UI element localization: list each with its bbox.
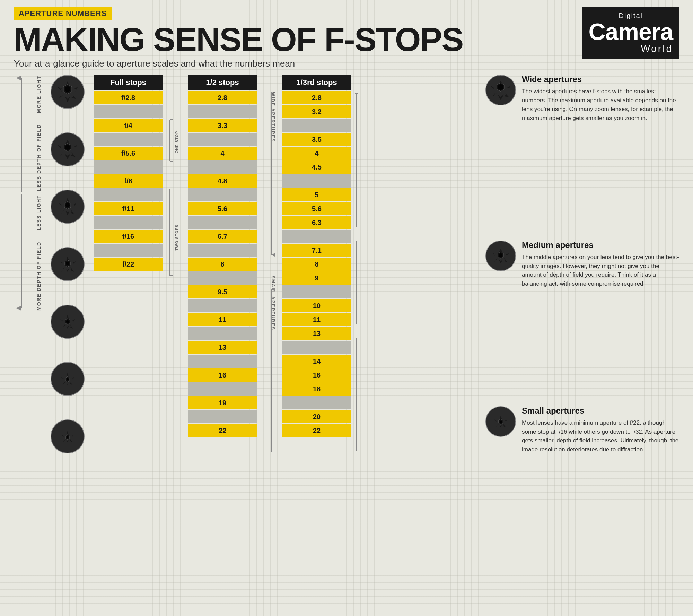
half-stops-header: 1/2 stops [188,75,257,90]
svg-point-56 [67,378,69,380]
half-g5 [188,216,257,229]
svg-point-20 [65,145,70,150]
info-medium-text: Medium apertures The middle apertures on… [522,240,679,288]
full-stop-gap6 [94,244,163,257]
less-depth-label: LESS DEPTH OF FIELD [36,124,42,191]
info-medium-body: The middle apertures on your lens tend t… [522,253,679,288]
third-9: 9 [282,271,351,285]
half-48: 4.8 [188,174,257,188]
third-35: 3.5 [282,133,351,146]
half-g7 [188,271,257,285]
third-63: 6.3 [282,216,351,229]
half-95: 9.5 [188,285,257,298]
third-18: 18 [282,382,351,396]
half-56: 5.6 [188,202,257,215]
full-stops-column: Full stops f/2.8 f/4 f/5.6 f/8 f/11 f/16 [94,75,163,454]
lens-icon-2 [50,132,85,167]
half-28: 2.8 [188,91,257,104]
full-stop-f56: f/5.6 [94,147,163,160]
header-row: APERTURE NUMBERS MAKING SENSE OF F-STOPS… [14,7,679,69]
tables-area: Full stops f/2.8 f/4 f/5.6 f/8 f/11 f/16 [94,75,475,454]
third-g4 [282,285,351,298]
rotated-labels-col: MORE LIGHT LESS DEPTH OF FIELD LESS LIGH… [31,75,46,454]
logo-world: World [589,43,673,54]
full-stop-f11: f/11 [94,202,163,215]
half-13: 13 [188,341,257,354]
half-67: 6.7 [188,230,257,243]
main-container: APERTURE NUMBERS MAKING SENSE OF F-STOPS… [7,0,686,461]
full-stop-gap2 [94,133,163,146]
full-stop-f16: f/16 [94,230,163,243]
info-medium-title: Medium apertures [522,240,679,250]
half-g10 [188,355,257,368]
main-title: MAKING SENSE OF F-STOPS [14,23,463,56]
third-g1 [282,119,351,132]
aperture-arrows-col: WIDE APERTURES SMALL APERTURES [262,92,281,454]
half-g2 [188,133,257,146]
badge-text: APERTURE NUMBERS [19,9,107,18]
third-stops-column: 1/3rd stops 2.8 3.2 3.5 4 4.5 5 5.6 6.3 [282,75,351,454]
header-left: APERTURE NUMBERS MAKING SENSE OF F-STOPS… [14,7,463,69]
third-10: 10 [282,299,351,312]
bottom-labels: LESS LIGHT MORE DEPTH OF FIELD [36,194,42,312]
lens-column [49,75,87,454]
lens-icon-1 [50,75,85,109]
info-panel-small: Small apertures Most lenses have a minim… [485,406,679,454]
svg-point-104 [499,253,503,257]
third-28: 2.8 [282,91,351,104]
third-14: 14 [282,355,351,368]
less-light-label: LESS LIGHT [36,195,42,230]
half-33: 3.3 [188,119,257,132]
svg-text:TWO STOPS: TWO STOPS [175,225,179,251]
third-4: 4 [282,147,351,160]
full-stop-f4: f/4 [94,119,163,132]
third-16: 16 [282,368,351,382]
lens-icon-5 [50,304,85,339]
full-stop-gap5 [94,216,163,229]
half-g1 [188,105,257,118]
svg-point-11 [65,86,70,92]
info-lens-medium-icon [485,240,516,271]
half-g3 [188,160,257,174]
half-stops-column: 1/2 stops 2.8 3.3 4 4.8 5.6 6.7 [188,75,257,454]
info-panel-wide: Wide apertures The widest apertures have… [485,75,679,122]
half-4: 4 [188,147,257,160]
lens-icon-6 [50,362,85,396]
third-g2 [282,174,351,188]
divider [39,115,39,122]
info-panels: Wide apertures The widest apertures have… [485,75,679,454]
third-20: 20 [282,410,351,423]
info-small-text: Small apertures Most lenses have a minim… [522,406,679,454]
info-wide-text: Wide apertures The widest apertures have… [522,75,679,122]
left-indicators: MORE LIGHT LESS DEPTH OF FIELD LESS LIGH… [14,75,90,454]
subtitle: Your at-a-glance guide to aperture scale… [14,58,463,69]
third-11: 11 [282,313,351,326]
third-g5 [282,341,351,354]
lens-icon-7 [50,419,85,454]
half-22: 22 [188,424,257,437]
lens-icon-4 [50,247,85,281]
half-g9 [188,327,257,340]
half-19: 19 [188,396,257,409]
divider2 [39,233,39,240]
svg-point-29 [65,203,70,207]
full-stops-header: Full stops [94,75,163,90]
right-brackets-col [353,92,369,454]
full-stop-f22: f/22 [94,258,163,271]
half-11: 11 [188,313,257,326]
more-depth-label: MORE DEPTH OF FIELD [36,242,42,311]
third-45: 4.5 [282,160,351,174]
info-small-title: Small apertures [522,406,679,416]
half-g4 [188,188,257,201]
third-22: 22 [282,424,351,437]
half-g12 [188,410,257,423]
down-arrow-icon [16,194,27,312]
half-16: 16 [188,368,257,382]
third-71: 7.1 [282,244,351,257]
full-stop-gap3 [94,160,163,174]
info-wide-title: Wide apertures [522,75,679,84]
info-wide-body: The widest apertures have f-stops with t… [522,87,679,122]
svg-text:ONE STOP: ONE STOP [175,131,179,154]
aperture-arrows-icon: WIDE APERTURES SMALL APERTURES [262,92,281,452]
logo-camera: Camera [589,20,673,43]
